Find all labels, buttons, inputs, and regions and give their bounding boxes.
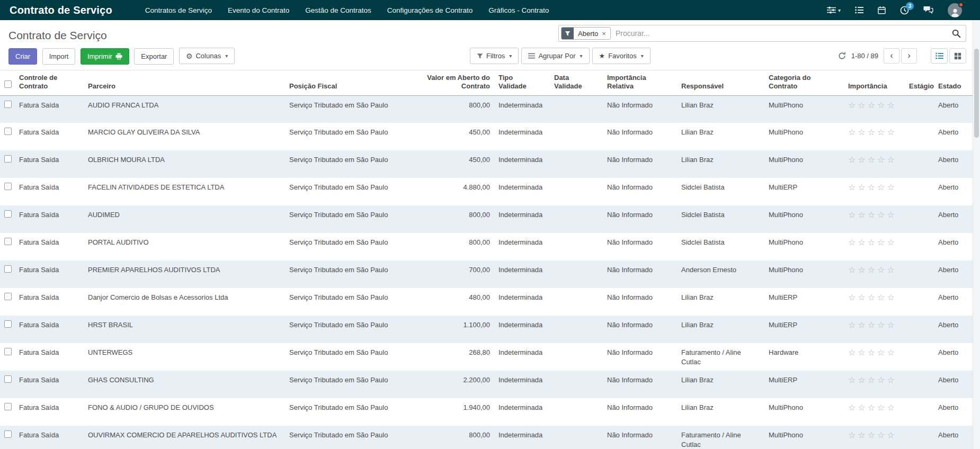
scrollbar-thumb[interactable] — [974, 49, 979, 138]
menu-gestao-de-contratos[interactable]: Gestão de Contratos — [305, 6, 371, 14]
importance-stars[interactable]: ☆☆☆☆☆ — [848, 184, 897, 192]
col-header-valor-em-aberto[interactable]: Valor em Aberto do Contrato — [407, 70, 494, 96]
star-icon[interactable]: ☆ — [848, 238, 858, 247]
table-row[interactable]: Fatura Saída FONO & AUDIO / GRUPO DE OUV… — [0, 398, 980, 426]
star-icon[interactable]: ☆ — [848, 403, 858, 412]
star-icon[interactable]: ☆ — [887, 265, 896, 274]
search-input[interactable]: Procurar... — [616, 29, 952, 38]
star-icon[interactable]: ☆ — [887, 403, 896, 412]
star-icon[interactable]: ☆ — [848, 210, 858, 219]
star-icon[interactable]: ☆ — [877, 320, 887, 329]
columns-button[interactable]: ⚙ Colunas ▾ — [179, 48, 235, 64]
star-icon[interactable]: ☆ — [887, 320, 896, 329]
facet-remove-icon[interactable]: × — [602, 30, 606, 37]
importance-stars[interactable]: ☆☆☆☆☆ — [848, 102, 897, 110]
activity-clock-icon[interactable]: 3 — [900, 6, 909, 15]
table-row[interactable]: Fatura Saída PORTAL AUDITIVO Serviço Tri… — [0, 233, 980, 261]
col-header-tipo-validade[interactable]: Tipo Validade — [494, 70, 550, 96]
table-row[interactable]: Fatura Saída AUDIMED Serviço Tributado e… — [0, 205, 980, 233]
star-icon[interactable]: ☆ — [858, 210, 867, 219]
star-icon[interactable]: ☆ — [868, 403, 877, 412]
star-icon[interactable]: ☆ — [877, 210, 887, 219]
row-checkbox[interactable] — [4, 375, 12, 383]
star-icon[interactable]: ☆ — [887, 348, 896, 357]
star-icon[interactable]: ☆ — [868, 210, 877, 219]
favorites-button[interactable]: ★ Favoritos ▾ — [592, 48, 651, 64]
star-icon[interactable]: ☆ — [858, 101, 867, 110]
star-icon[interactable]: ☆ — [887, 101, 896, 110]
row-checkbox[interactable] — [4, 210, 12, 218]
row-checkbox[interactable] — [4, 320, 12, 328]
star-icon[interactable]: ☆ — [887, 210, 896, 219]
star-icon[interactable]: ☆ — [868, 128, 877, 137]
print-button[interactable]: Imprimir — [81, 48, 129, 65]
star-icon[interactable]: ☆ — [877, 403, 887, 412]
group-by-button[interactable]: Agrupar Por ▾ — [521, 48, 589, 64]
star-icon[interactable]: ☆ — [877, 430, 887, 439]
search-bar[interactable]: Aberto × Procurar... — [558, 25, 966, 42]
star-icon[interactable]: ☆ — [868, 293, 877, 302]
star-icon[interactable]: ☆ — [887, 238, 896, 247]
row-checkbox[interactable] — [4, 430, 12, 438]
importance-stars[interactable]: ☆☆☆☆☆ — [848, 432, 897, 439]
star-icon[interactable]: ☆ — [868, 183, 877, 192]
row-checkbox[interactable] — [4, 265, 12, 273]
star-icon[interactable]: ☆ — [848, 128, 858, 137]
menu-configuracoes-de-contrato[interactable]: Configurações de Contrato — [387, 6, 473, 14]
star-icon[interactable]: ☆ — [868, 430, 877, 439]
importance-stars[interactable]: ☆☆☆☆☆ — [848, 404, 897, 412]
create-button[interactable]: Criar — [8, 48, 37, 65]
importance-stars[interactable]: ☆☆☆☆☆ — [848, 211, 897, 219]
row-checkbox[interactable] — [4, 348, 12, 355]
star-icon[interactable]: ☆ — [858, 238, 867, 247]
col-header-responsavel[interactable]: Responsável — [677, 70, 764, 96]
table-row[interactable]: Fatura Saída Danjor Comercio de Bolsas e… — [0, 288, 980, 316]
app-brand[interactable]: Contrato de Serviço — [10, 4, 112, 16]
star-icon[interactable]: ☆ — [877, 101, 887, 110]
star-icon[interactable]: ☆ — [858, 348, 867, 357]
star-icon[interactable]: ☆ — [858, 265, 867, 274]
table-row[interactable]: Fatura Saída FACELIN ATIVIDADES DE ESTET… — [0, 178, 980, 205]
col-header-importancia[interactable]: Importância — [844, 70, 905, 96]
star-icon[interactable]: ☆ — [848, 183, 858, 192]
col-header-categoria-do-contrato[interactable]: Categoria do Contrato — [764, 70, 844, 96]
select-all-cell[interactable] — [0, 70, 15, 96]
table-row[interactable]: Fatura Saída MARCIO GLAY OLIVEIRA DA SIL… — [0, 123, 980, 150]
col-header-data-validade[interactable]: Data Validade — [550, 70, 603, 96]
star-icon[interactable]: ☆ — [887, 128, 896, 137]
table-row[interactable]: Fatura Saída HRST BRASIL Serviço Tributa… — [0, 316, 980, 343]
col-header-posicao-fiscal[interactable]: Posição Fiscal — [285, 70, 407, 96]
star-icon[interactable]: ☆ — [877, 238, 887, 247]
star-icon[interactable]: ☆ — [848, 348, 858, 357]
col-header-controle-de-contrato[interactable]: Controle de Contrato — [15, 70, 84, 96]
star-icon[interactable]: ☆ — [868, 375, 877, 384]
star-icon[interactable]: ☆ — [858, 320, 867, 329]
star-icon[interactable]: ☆ — [877, 348, 887, 357]
refresh-icon[interactable] — [838, 52, 846, 60]
select-all-checkbox[interactable] — [4, 80, 12, 88]
star-icon[interactable]: ☆ — [887, 430, 896, 439]
star-icon[interactable]: ☆ — [877, 293, 887, 302]
table-row[interactable]: Fatura Saída AUDIO FRANCA LTDA Serviço T… — [0, 95, 980, 123]
pager-next-button[interactable]: › — [901, 48, 917, 64]
star-icon[interactable]: ☆ — [868, 238, 877, 247]
star-icon[interactable]: ☆ — [887, 293, 896, 302]
importance-stars[interactable]: ☆☆☆☆☆ — [848, 376, 897, 384]
list-view-button[interactable] — [931, 48, 948, 64]
col-header-estagio[interactable]: Estágio — [905, 70, 934, 96]
importance-stars[interactable]: ☆☆☆☆☆ — [848, 156, 897, 164]
row-checkbox[interactable] — [4, 101, 12, 108]
search-icon[interactable] — [952, 29, 961, 38]
import-button[interactable]: Import — [42, 48, 76, 65]
table-row[interactable]: Fatura Saída UNTERWEGS Serviço Tributado… — [0, 343, 980, 371]
row-checkbox[interactable] — [4, 155, 12, 163]
star-icon[interactable]: ☆ — [848, 155, 858, 164]
star-icon[interactable]: ☆ — [887, 183, 896, 192]
star-icon[interactable]: ☆ — [887, 375, 896, 384]
star-icon[interactable]: ☆ — [848, 375, 858, 384]
importance-stars[interactable]: ☆☆☆☆☆ — [848, 294, 897, 302]
importance-stars[interactable]: ☆☆☆☆☆ — [848, 239, 897, 247]
search-facet[interactable]: Aberto × — [561, 27, 611, 40]
star-icon[interactable]: ☆ — [877, 183, 887, 192]
row-checkbox[interactable] — [4, 293, 12, 300]
